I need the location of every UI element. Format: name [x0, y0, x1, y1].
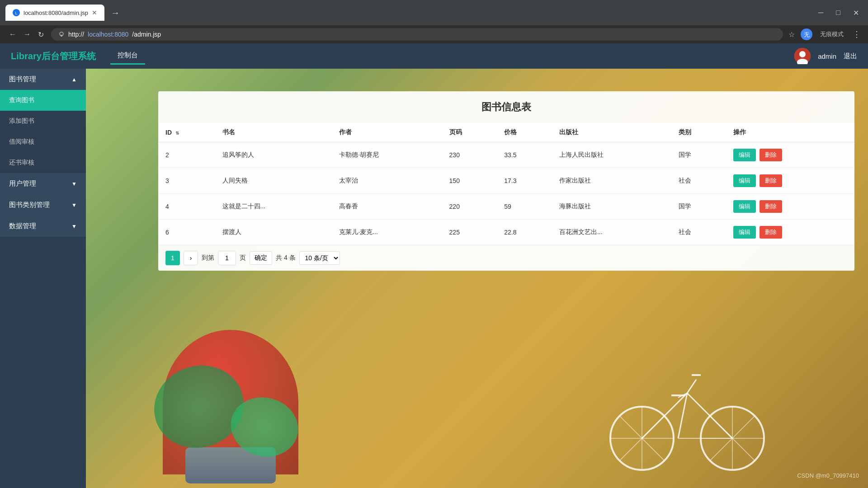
sidebar-group-book-management[interactable]: 图书管理 ▲	[0, 69, 86, 90]
col-price: 价格	[497, 123, 552, 142]
maximize-button[interactable]: □	[832, 7, 844, 19]
cell-operation: 编辑 删除	[726, 194, 854, 220]
sidebar-item-query-book[interactable]: 查询图书	[0, 90, 86, 111]
nav-tab-dashboard[interactable]: 控制台	[110, 47, 145, 65]
forward-button[interactable]: →	[22, 28, 33, 41]
page-size-select[interactable]: 10 条/页	[299, 251, 340, 265]
cell-id: 3	[158, 168, 215, 194]
delete-button[interactable]: 删除	[760, 226, 782, 239]
sidebar-group-label: 图书管理	[9, 75, 36, 84]
close-window-button[interactable]: ✕	[849, 7, 863, 19]
page-next-button[interactable]: ›	[184, 251, 198, 265]
page-1-button[interactable]: 1	[165, 251, 180, 265]
cell-id: 4	[158, 194, 215, 220]
bookmark-button[interactable]: ☆	[788, 30, 795, 39]
table-row: 3 人间失格 太宰治 150 17.3 作家出版社 社会 编辑 删除	[158, 168, 854, 194]
browser-chrome: L localhost:8080/admin.jsp ✕ → ─ □ ✕	[0, 0, 868, 25]
cell-category: 国学	[671, 194, 726, 220]
chevron-down-icon: ▼	[71, 181, 77, 187]
cell-pages: 230	[442, 142, 497, 168]
svg-point-7	[799, 51, 806, 57]
profile-label[interactable]: 无痕模式	[816, 28, 847, 40]
col-category: 类别	[671, 123, 726, 142]
cell-category: 社会	[671, 168, 726, 194]
sort-icon: ⇅	[175, 131, 179, 136]
total-label: 共 4 条	[276, 254, 296, 262]
sidebar-group-data-management[interactable]: 数据管理 ▼	[0, 216, 86, 237]
sidebar-item-borrow-review[interactable]: 借阅审核	[0, 131, 86, 152]
tab-title: localhost:8080/admin.jsp	[24, 9, 88, 16]
table-row: 6 摆渡人 克莱儿·麦克... 225 22.8 百花洲文艺出... 社会 编辑…	[158, 220, 854, 245]
cell-operation: 编辑 删除	[726, 168, 854, 194]
table-row: 4 这就是二十四... 高春香 220 59 海豚出版社 国学 编辑 删除	[158, 194, 854, 220]
cell-price: 59	[497, 194, 552, 220]
edit-button[interactable]: 编辑	[733, 200, 756, 213]
nav-buttons: ← → ↻	[7, 28, 46, 41]
pagination: 1 › 到第 1 页 确定 共 4 条 10 条/页	[158, 245, 854, 271]
svg-text:L: L	[15, 11, 17, 15]
cell-price: 33.5	[497, 142, 552, 168]
cell-author: 卡勒德·胡赛尼	[332, 142, 442, 168]
table-header-row: ID ⇅ 书名 作者 页码 价格 出版社 类别 操作	[158, 123, 854, 142]
cell-name: 摆渡人	[215, 220, 332, 245]
content-area: javalin javalin 图书信息表 ID ⇅ 书名 作者 页	[86, 69, 868, 488]
edit-button[interactable]: 编辑	[733, 226, 756, 239]
url-path: /admin.jsp	[132, 31, 161, 38]
cell-price: 22.8	[497, 220, 552, 245]
chevron-up-icon: ▲	[71, 76, 77, 83]
cell-id: 2	[158, 142, 215, 168]
edit-button[interactable]: 编辑	[733, 149, 756, 161]
delete-button[interactable]: 删除	[760, 174, 782, 187]
cell-price: 17.3	[497, 168, 552, 194]
cell-pages: 225	[442, 220, 497, 245]
col-publisher: 出版社	[552, 123, 671, 142]
svg-rect-3	[61, 35, 62, 37]
sidebar-item-return-review[interactable]: 还书审核	[0, 152, 86, 173]
cell-author: 太宰治	[332, 168, 442, 194]
browser-window-controls: L localhost:8080/admin.jsp ✕ →	[5, 5, 123, 21]
avatar	[794, 48, 811, 64]
minimize-button[interactable]: ─	[815, 7, 827, 19]
new-tab-button[interactable]: →	[107, 6, 123, 20]
sidebar-user-label: 用户管理	[9, 179, 36, 188]
csdn-watermark: CSDN @m0_70997410	[797, 472, 859, 479]
address-input[interactable]: http://localhost:8080/admin.jsp	[51, 28, 783, 41]
sidebar-group-user-management[interactable]: 用户管理 ▼	[0, 173, 86, 194]
cell-operation: 编辑 删除	[726, 142, 854, 168]
delete-button[interactable]: 删除	[760, 149, 782, 161]
table-row: 2 追风筝的人 卡勒德·胡赛尼 230 33.5 上海人民出版社 国学 编辑 删…	[158, 142, 854, 168]
more-options-button[interactable]: ⋮	[853, 29, 861, 39]
sidebar: 图书管理 ▲ 查询图书 添加图书 借阅审核 还书审核 用户管理 ▼ 图书类别	[0, 69, 86, 488]
address-bar: ← → ↻ http://localhost:8080/admin.jsp ☆ …	[0, 25, 868, 43]
nav-right: admin 退出	[794, 48, 857, 64]
page-confirm-button[interactable]: 确定	[250, 251, 272, 265]
cell-pages: 150	[442, 168, 497, 194]
cell-name: 人间失格	[215, 168, 332, 194]
col-pages: 页码	[442, 123, 497, 142]
cell-category: 国学	[671, 142, 726, 168]
col-id[interactable]: ID ⇅	[158, 123, 215, 142]
lock-icon	[58, 31, 65, 38]
cell-category: 社会	[671, 220, 726, 245]
sidebar-group-category-management[interactable]: 图书类别管理 ▼	[0, 194, 86, 216]
cell-id: 6	[158, 220, 215, 245]
browser-tab[interactable]: L localhost:8080/admin.jsp ✕	[5, 5, 104, 21]
sidebar-data-label: 数据管理	[9, 222, 36, 230]
table-panel: 图书信息表 ID ⇅ 书名 作者 页码 价格 出版社	[158, 91, 854, 271]
sidebar-item-add-book[interactable]: 添加图书	[0, 111, 86, 131]
sidebar-category-label: 图书类别管理	[9, 201, 50, 209]
chevron-down-icon-3: ▼	[71, 223, 77, 230]
page-input[interactable]: 1	[218, 251, 236, 265]
logout-button[interactable]: 退出	[844, 52, 857, 61]
col-name: 书名	[215, 123, 332, 142]
refresh-button[interactable]: ↻	[36, 28, 46, 41]
tab-close-button[interactable]: ✕	[92, 9, 97, 16]
chevron-down-icon-2: ▼	[71, 202, 77, 208]
profile-avatar: 无	[800, 28, 813, 41]
edit-button[interactable]: 编辑	[733, 174, 756, 187]
panel-title: 图书信息表	[158, 91, 854, 123]
back-button[interactable]: ←	[7, 28, 18, 41]
data-table: ID ⇅ 书名 作者 页码 价格 出版社 类别 操作	[158, 123, 854, 245]
app-title: Library后台管理系统	[11, 50, 96, 62]
delete-button[interactable]: 删除	[760, 200, 782, 213]
